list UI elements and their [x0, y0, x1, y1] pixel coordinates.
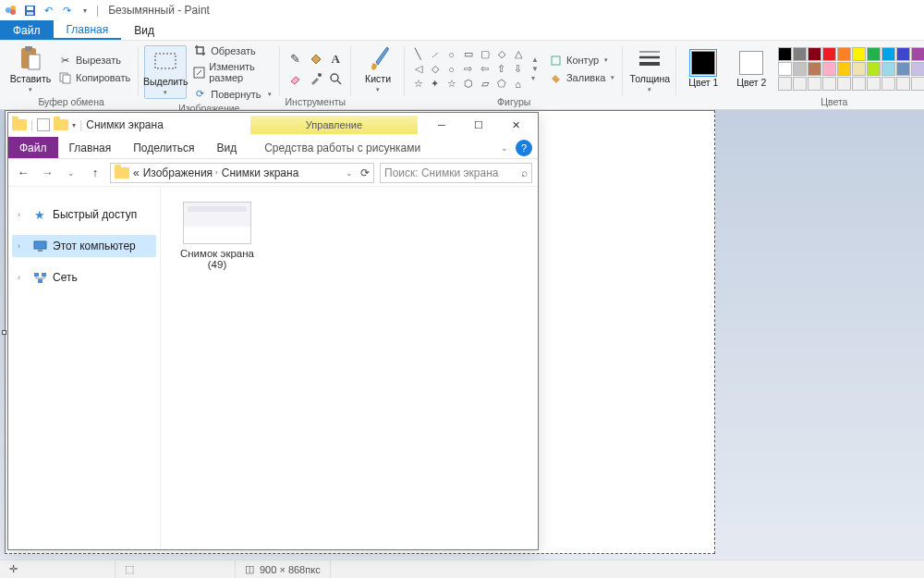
rotate-button[interactable]: ⟳Повернуть▾: [190, 86, 274, 102]
shapes-gallery[interactable]: ╲⟋○▭▢◇△ ◁◇○⇨⇦⇧⇩ ☆✦☆⬡▱⬠⌂: [410, 47, 526, 91]
tab-view[interactable]: Вид: [121, 20, 167, 40]
copy-button[interactable]: Копировать: [55, 70, 133, 86]
refresh-icon[interactable]: ⟳: [360, 166, 370, 179]
scroll-down-icon[interactable]: ▼: [531, 65, 539, 73]
nav-network[interactable]: › Сеть: [12, 266, 156, 289]
eraser-tool[interactable]: [286, 70, 304, 89]
color-swatch[interactable]: [808, 77, 821, 91]
color-swatch[interactable]: [837, 47, 851, 61]
color-swatch[interactable]: [793, 47, 807, 61]
nav-up-button[interactable]: ↑: [86, 164, 104, 182]
color-swatch[interactable]: [911, 62, 924, 76]
color-swatch[interactable]: [896, 47, 910, 61]
color-swatch[interactable]: [911, 77, 924, 91]
color-swatch[interactable]: [822, 77, 836, 91]
select-button[interactable]: Выделить ▾: [144, 45, 187, 99]
color-swatch[interactable]: [896, 77, 910, 91]
text-tool[interactable]: A: [326, 50, 345, 68]
canvas-size-value: 900 × 868пкс: [260, 564, 321, 575]
tab-home[interactable]: Главная: [54, 20, 122, 40]
ribbon-collapse-icon[interactable]: ⌄: [501, 143, 508, 153]
resize-handle-left[interactable]: [2, 330, 6, 335]
qat-dropdown-icon[interactable]: ▾: [78, 3, 92, 18]
crop-button[interactable]: Обрезать: [190, 43, 274, 58]
color-swatch[interactable]: [778, 47, 792, 61]
addr-dropdown-icon[interactable]: ⌄: [346, 168, 353, 178]
color-swatch[interactable]: [881, 77, 895, 91]
color-swatch[interactable]: [822, 47, 836, 61]
cut-button[interactable]: ✂Вырезать: [55, 53, 133, 68]
color-swatch[interactable]: [896, 62, 910, 76]
pencil-tool[interactable]: ✎: [286, 50, 304, 68]
manage-tab-header[interactable]: Управление: [250, 116, 418, 134]
color-swatch[interactable]: [867, 62, 881, 76]
brushes-button[interactable]: Кисти ▾: [357, 43, 399, 95]
expand-icon[interactable]: ▾: [531, 74, 539, 82]
color1-button[interactable]: Цвет 1: [682, 49, 724, 90]
paint-window-title: Безымянный - Paint: [108, 4, 210, 17]
checkbox-icon[interactable]: [37, 118, 50, 131]
explorer-content-pane[interactable]: Снимок экрана (49): [161, 187, 538, 549]
file-name: Снимок экрана (49): [176, 248, 259, 270]
breadcrumb-seg[interactable]: Изображения: [143, 166, 213, 179]
color-swatch[interactable]: [793, 77, 807, 91]
save-icon[interactable]: [22, 3, 37, 18]
color-swatch[interactable]: [793, 62, 807, 76]
paste-button[interactable]: Вставить ▾: [9, 43, 52, 95]
color-swatch[interactable]: [778, 62, 792, 76]
star-icon: ★: [32, 207, 47, 222]
color-swatch[interactable]: [852, 62, 866, 76]
maximize-button[interactable]: ☐: [460, 113, 497, 137]
exp-tab-share[interactable]: Поделиться: [122, 137, 205, 158]
address-bar[interactable]: « Изображения› Снимки экрана ⌄ ⟳: [110, 163, 374, 183]
color-swatch[interactable]: [881, 62, 895, 76]
help-button[interactable]: ?: [516, 140, 532, 156]
dropdown-icon: ▾: [164, 89, 167, 96]
color-swatch[interactable]: [911, 47, 924, 61]
explorer-titlebar[interactable]: | ▾ | Снимки экрана Управление ─ ☐ ✕: [8, 113, 538, 137]
undo-icon[interactable]: ↶: [41, 3, 55, 18]
exp-tab-home[interactable]: Главная: [58, 137, 123, 158]
color-swatch[interactable]: [881, 47, 895, 61]
nav-history-button[interactable]: ⌄: [62, 164, 80, 182]
minimize-button[interactable]: ─: [423, 113, 460, 137]
color-swatch[interactable]: [852, 47, 866, 61]
thickness-button[interactable]: Толщина ▾: [628, 43, 671, 95]
svg-point-14: [331, 74, 338, 81]
color-swatch[interactable]: [837, 62, 851, 76]
outline-button[interactable]: Контур▾: [546, 53, 617, 68]
color-swatch[interactable]: [808, 62, 821, 76]
nav-back-button[interactable]: ←: [14, 164, 32, 182]
color-swatch[interactable]: [852, 77, 866, 91]
qat-dropdown-icon[interactable]: ▾: [72, 121, 76, 129]
file-item[interactable]: Снимок экрана (49): [176, 202, 259, 270]
fill-button[interactable]: Заливка▾: [546, 70, 617, 86]
crop-icon: [193, 43, 207, 57]
exp-tab-context[interactable]: Средства работы с рисунками: [248, 137, 437, 158]
color-palette[interactable]: [778, 47, 924, 91]
resize-button[interactable]: Изменить размер: [190, 60, 274, 84]
fill-tool[interactable]: [306, 50, 324, 68]
close-button[interactable]: ✕: [497, 113, 534, 137]
exp-tab-file[interactable]: Файл: [8, 137, 58, 158]
zoom-tool[interactable]: [326, 70, 345, 89]
color-swatch[interactable]: [837, 77, 851, 91]
scroll-up-icon[interactable]: ▲: [531, 55, 539, 64]
redo-icon[interactable]: ↷: [59, 3, 74, 18]
color-swatch[interactable]: [867, 47, 881, 61]
color-swatch[interactable]: [867, 77, 881, 91]
search-input[interactable]: Поиск: Снимки экрана ⌕: [380, 163, 532, 183]
breadcrumb-seg[interactable]: Снимки экрана: [222, 166, 299, 179]
color2-button[interactable]: Цвет 2: [730, 49, 772, 90]
color-swatch[interactable]: [808, 47, 821, 61]
picker-tool[interactable]: [306, 70, 324, 89]
nav-forward-button[interactable]: →: [38, 164, 56, 182]
paint-tabstrip: Файл Главная Вид: [0, 20, 924, 41]
nav-quick-access[interactable]: › ★ Быстрый доступ: [12, 203, 156, 226]
exp-tab-view[interactable]: Вид: [205, 137, 248, 158]
ribbon-group-brushes: Кисти ▾ .: [351, 43, 405, 109]
tab-file[interactable]: Файл: [0, 20, 54, 40]
color-swatch[interactable]: [822, 62, 836, 76]
color-swatch[interactable]: [778, 77, 792, 91]
nav-this-pc[interactable]: › Этот компьютер: [12, 235, 156, 257]
